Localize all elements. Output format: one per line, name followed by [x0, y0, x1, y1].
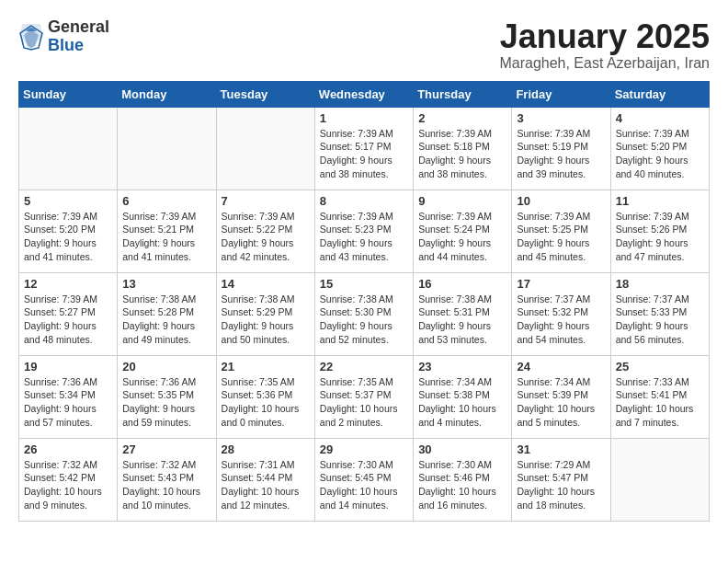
day-number: 30: [418, 442, 506, 456]
cell-text: Sunrise: 7:32 AM Sunset: 5:43 PM Dayligh…: [122, 458, 210, 512]
cell-text: Sunrise: 7:39 AM Sunset: 5:20 PM Dayligh…: [24, 210, 112, 264]
calendar-cell: 3Sunrise: 7:39 AM Sunset: 5:19 PM Daylig…: [512, 107, 610, 190]
day-number: 9: [418, 194, 506, 208]
day-number: 10: [517, 194, 605, 208]
calendar-cell: 16Sunrise: 7:38 AM Sunset: 5:31 PM Dayli…: [414, 272, 512, 355]
calendar-week-5: 26Sunrise: 7:32 AM Sunset: 5:42 PM Dayli…: [19, 438, 710, 521]
calendar-cell: [216, 107, 314, 190]
day-number: 3: [517, 111, 605, 125]
day-number: 4: [616, 111, 704, 125]
day-number: 12: [24, 277, 112, 291]
day-number: 25: [616, 360, 704, 373]
page-header: General Blue January 2025 Maragheh, East…: [18, 18, 710, 72]
cell-text: Sunrise: 7:38 AM Sunset: 5:31 PM Dayligh…: [418, 293, 506, 347]
day-number: 23: [418, 360, 506, 373]
month-title: January 2025: [499, 18, 710, 55]
weekday-header-saturday: Saturday: [610, 81, 709, 107]
day-number: 29: [320, 442, 408, 456]
calendar-cell: 27Sunrise: 7:32 AM Sunset: 5:43 PM Dayli…: [118, 438, 216, 521]
cell-text: Sunrise: 7:35 AM Sunset: 5:36 PM Dayligh…: [222, 375, 310, 430]
cell-text: Sunrise: 7:38 AM Sunset: 5:28 PM Dayligh…: [122, 293, 210, 347]
day-number: 6: [122, 194, 210, 208]
calendar-cell: 14Sunrise: 7:38 AM Sunset: 5:29 PM Dayli…: [216, 272, 314, 355]
calendar-cell: 1Sunrise: 7:39 AM Sunset: 5:17 PM Daylig…: [314, 107, 413, 190]
cell-text: Sunrise: 7:39 AM Sunset: 5:20 PM Dayligh…: [616, 127, 704, 181]
day-number: 5: [24, 194, 112, 208]
logo-general: General: [48, 18, 109, 37]
day-number: 7: [222, 194, 310, 208]
day-number: 15: [320, 277, 408, 291]
cell-text: Sunrise: 7:39 AM Sunset: 5:24 PM Dayligh…: [418, 210, 506, 264]
calendar-cell: [19, 107, 118, 190]
weekday-header-sunday: Sunday: [19, 81, 118, 107]
calendar-week-2: 5Sunrise: 7:39 AM Sunset: 5:20 PM Daylig…: [19, 190, 710, 272]
day-number: 1: [320, 111, 408, 125]
weekday-header-row: SundayMondayTuesdayWednesdayThursdayFrid…: [19, 81, 710, 107]
cell-text: Sunrise: 7:31 AM Sunset: 5:44 PM Dayligh…: [222, 458, 310, 512]
calendar-cell: 23Sunrise: 7:34 AM Sunset: 5:38 PM Dayli…: [414, 355, 512, 438]
cell-text: Sunrise: 7:38 AM Sunset: 5:29 PM Dayligh…: [222, 293, 310, 347]
day-number: 21: [222, 360, 310, 373]
day-number: 20: [122, 360, 210, 373]
day-number: 31: [517, 442, 605, 456]
day-number: 24: [517, 360, 605, 373]
day-number: 27: [122, 442, 210, 456]
calendar-cell: 11Sunrise: 7:39 AM Sunset: 5:26 PM Dayli…: [610, 190, 709, 272]
calendar-cell: 12Sunrise: 7:39 AM Sunset: 5:27 PM Dayli…: [19, 272, 118, 355]
location: Maragheh, East Azerbaijan, Iran: [499, 55, 710, 72]
day-number: 16: [418, 277, 506, 291]
cell-text: Sunrise: 7:36 AM Sunset: 5:35 PM Dayligh…: [122, 375, 210, 430]
logo: General Blue: [18, 18, 109, 55]
calendar-cell: 7Sunrise: 7:39 AM Sunset: 5:22 PM Daylig…: [216, 190, 314, 272]
calendar-cell: 2Sunrise: 7:39 AM Sunset: 5:18 PM Daylig…: [414, 107, 512, 190]
cell-text: Sunrise: 7:39 AM Sunset: 5:21 PM Dayligh…: [122, 210, 210, 264]
cell-text: Sunrise: 7:39 AM Sunset: 5:26 PM Dayligh…: [616, 210, 704, 264]
calendar-cell: 5Sunrise: 7:39 AM Sunset: 5:20 PM Daylig…: [19, 190, 118, 272]
cell-text: Sunrise: 7:38 AM Sunset: 5:30 PM Dayligh…: [320, 293, 408, 347]
calendar-cell: 6Sunrise: 7:39 AM Sunset: 5:21 PM Daylig…: [118, 190, 216, 272]
cell-text: Sunrise: 7:39 AM Sunset: 5:27 PM Dayligh…: [24, 293, 112, 347]
day-number: 8: [320, 194, 408, 208]
calendar-cell: 10Sunrise: 7:39 AM Sunset: 5:25 PM Dayli…: [512, 190, 610, 272]
calendar-cell: 20Sunrise: 7:36 AM Sunset: 5:35 PM Dayli…: [118, 355, 216, 438]
day-number: 2: [418, 111, 506, 125]
cell-text: Sunrise: 7:36 AM Sunset: 5:34 PM Dayligh…: [24, 375, 112, 430]
calendar-cell: [118, 107, 216, 190]
day-number: 13: [122, 277, 210, 291]
day-number: 14: [222, 277, 310, 291]
calendar-cell: 24Sunrise: 7:34 AM Sunset: 5:39 PM Dayli…: [512, 355, 610, 438]
calendar-week-4: 19Sunrise: 7:36 AM Sunset: 5:34 PM Dayli…: [19, 355, 710, 438]
calendar-cell: 31Sunrise: 7:29 AM Sunset: 5:47 PM Dayli…: [512, 438, 610, 521]
title-section: January 2025 Maragheh, East Azerbaijan, …: [499, 18, 710, 72]
cell-text: Sunrise: 7:39 AM Sunset: 5:22 PM Dayligh…: [222, 210, 310, 264]
calendar-table: SundayMondayTuesdayWednesdayThursdayFrid…: [18, 81, 710, 522]
weekday-header-wednesday: Wednesday: [314, 81, 413, 107]
cell-text: Sunrise: 7:39 AM Sunset: 5:23 PM Dayligh…: [320, 210, 408, 264]
weekday-header-tuesday: Tuesday: [216, 81, 314, 107]
weekday-header-friday: Friday: [512, 81, 610, 107]
calendar-week-1: 1Sunrise: 7:39 AM Sunset: 5:17 PM Daylig…: [19, 107, 710, 190]
calendar-cell: 8Sunrise: 7:39 AM Sunset: 5:23 PM Daylig…: [314, 190, 413, 272]
day-number: 11: [616, 194, 704, 208]
calendar-cell: 18Sunrise: 7:37 AM Sunset: 5:33 PM Dayli…: [610, 272, 709, 355]
calendar-cell: 19Sunrise: 7:36 AM Sunset: 5:34 PM Dayli…: [19, 355, 118, 438]
cell-text: Sunrise: 7:39 AM Sunset: 5:19 PM Dayligh…: [517, 127, 605, 181]
day-number: 26: [24, 442, 112, 456]
cell-text: Sunrise: 7:39 AM Sunset: 5:25 PM Dayligh…: [517, 210, 605, 264]
calendar-week-3: 12Sunrise: 7:39 AM Sunset: 5:27 PM Dayli…: [19, 272, 710, 355]
calendar-cell: 26Sunrise: 7:32 AM Sunset: 5:42 PM Dayli…: [19, 438, 118, 521]
day-number: 19: [24, 360, 112, 373]
cell-text: Sunrise: 7:37 AM Sunset: 5:33 PM Dayligh…: [616, 293, 704, 347]
day-number: 18: [616, 277, 704, 291]
cell-text: Sunrise: 7:35 AM Sunset: 5:37 PM Dayligh…: [320, 375, 408, 430]
cell-text: Sunrise: 7:39 AM Sunset: 5:18 PM Dayligh…: [418, 127, 506, 181]
calendar-cell: [610, 438, 709, 521]
cell-text: Sunrise: 7:33 AM Sunset: 5:41 PM Dayligh…: [616, 375, 704, 430]
weekday-header-monday: Monday: [118, 81, 216, 107]
cell-text: Sunrise: 7:29 AM Sunset: 5:47 PM Dayligh…: [517, 458, 605, 512]
cell-text: Sunrise: 7:39 AM Sunset: 5:17 PM Dayligh…: [320, 127, 408, 181]
cell-text: Sunrise: 7:30 AM Sunset: 5:45 PM Dayligh…: [320, 458, 408, 512]
calendar-cell: 15Sunrise: 7:38 AM Sunset: 5:30 PM Dayli…: [314, 272, 413, 355]
cell-text: Sunrise: 7:34 AM Sunset: 5:38 PM Dayligh…: [418, 375, 506, 430]
cell-text: Sunrise: 7:32 AM Sunset: 5:42 PM Dayligh…: [24, 458, 112, 512]
